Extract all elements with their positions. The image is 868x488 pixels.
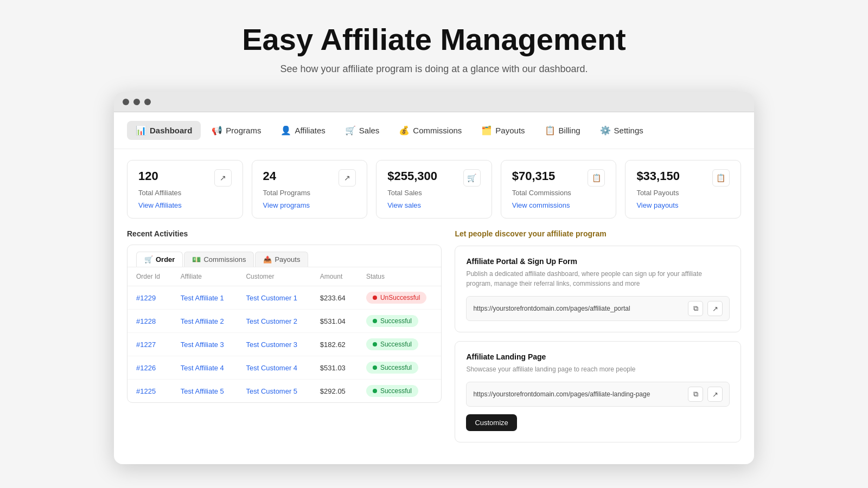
affiliate-link[interactable]: Test Affiliate 2 <box>181 317 224 325</box>
payouts-tab-icon: 📤 <box>263 255 272 264</box>
order-tab-icon: 🛒 <box>144 255 153 264</box>
payouts-stat-icon: 📋 <box>712 169 730 187</box>
stat-card-commissions: $70,315 📋 Total Commissions View commiss… <box>501 160 617 219</box>
landing-open-button[interactable]: ↗ <box>707 387 723 402</box>
landing-heading: Affiliate Landing Page <box>466 352 730 361</box>
col-amount: Amount <box>311 267 358 286</box>
landing-card: Affiliate Landing Page Showcase your aff… <box>455 341 741 442</box>
status-dot <box>373 389 377 393</box>
nav-item-sales[interactable]: 🛒 Sales <box>336 121 388 140</box>
status-dot <box>373 342 377 346</box>
customer-link[interactable]: Test Customer 2 <box>246 317 297 325</box>
nav-label-sales: Sales <box>359 126 380 135</box>
landing-copy-button[interactable]: ⧉ <box>688 387 703 402</box>
cell-status: Successful <box>358 380 441 403</box>
billing-icon: 📋 <box>545 125 556 136</box>
nav-item-payouts[interactable]: 🗂️ Payouts <box>473 121 533 140</box>
stat-label-sales: Total Sales <box>387 189 481 197</box>
order-link[interactable]: #1228 <box>136 317 156 325</box>
view-commissions-link[interactable]: View commissions <box>512 201 605 209</box>
col-order-id: Order Id <box>127 267 172 286</box>
landing-desc: Showcase your affiliate landing page to … <box>466 364 730 374</box>
customer-link[interactable]: Test Customer 4 <box>246 364 297 372</box>
tab-order[interactable]: 🛒 Order <box>136 252 183 267</box>
nav-item-commissions[interactable]: 💰 Commissions <box>390 121 470 140</box>
cell-customer: Test Customer 5 <box>237 380 311 403</box>
affiliate-link[interactable]: Test Affiliate 1 <box>181 294 224 302</box>
cell-customer: Test Customer 4 <box>237 356 311 380</box>
view-payouts-link[interactable]: View payouts <box>636 201 730 209</box>
customer-link[interactable]: Test Customer 1 <box>246 294 297 302</box>
cell-amount: $292.05 <box>311 380 358 403</box>
view-programs-link[interactable]: View programs <box>263 201 356 209</box>
browser-window: 📊 Dashboard 📢 Programs 👤 Affiliates 🛒 Sa… <box>114 92 754 464</box>
sales-icon: 🛒 <box>345 125 356 136</box>
stat-header: 120 ↗ <box>138 169 232 187</box>
order-link[interactable]: #1227 <box>136 341 156 349</box>
tab-payouts[interactable]: 📤 Payouts <box>255 252 308 267</box>
customer-link[interactable]: Test Customer 5 <box>246 387 297 395</box>
col-status: Status <box>358 267 441 286</box>
stat-number-payouts: $33,150 <box>636 169 680 183</box>
portal-open-button[interactable]: ↗ <box>707 301 723 316</box>
cell-affiliate: Test Affiliate 4 <box>172 356 238 380</box>
cell-affiliate: Test Affiliate 3 <box>172 333 238 356</box>
cell-customer: Test Customer 2 <box>237 310 311 333</box>
cell-affiliate: Test Affiliate 1 <box>172 286 238 310</box>
view-affiliates-link[interactable]: View Affiliates <box>138 201 232 209</box>
order-link[interactable]: #1225 <box>136 387 156 395</box>
browser-content: 📊 Dashboard 📢 Programs 👤 Affiliates 🛒 Sa… <box>114 112 754 464</box>
customer-link[interactable]: Test Customer 3 <box>246 341 297 349</box>
table-row: #1228 Test Affiliate 2 Test Customer 2 $… <box>127 310 441 333</box>
portal-desc: Publish a dedicated affiliate dashboard,… <box>466 269 730 288</box>
activity-card: 🛒 Order 💵 Commissions 📤 Payouts <box>127 245 442 403</box>
order-link[interactable]: #1226 <box>136 364 156 372</box>
right-panel: Let people discover your affiliate progr… <box>455 229 741 451</box>
browser-dot-1 <box>123 99 129 105</box>
table-row: #1225 Test Affiliate 5 Test Customer 5 $… <box>127 380 441 403</box>
stat-header-sales: $255,300 🛒 <box>387 169 481 187</box>
portal-card: Affiliate Portal & Sign Up Form Publish … <box>455 246 741 332</box>
tab-commissions[interactable]: 💵 Commissions <box>184 252 254 267</box>
cell-order-id: #1225 <box>127 380 172 403</box>
customize-button[interactable]: Customize <box>466 414 516 431</box>
portal-copy-button[interactable]: ⧉ <box>688 301 703 316</box>
stat-card-affiliates: 120 ↗ Total Affiliates View Affiliates <box>127 160 243 219</box>
nav-item-programs[interactable]: 📢 Programs <box>203 121 270 140</box>
cell-affiliate: Test Affiliate 5 <box>172 380 238 403</box>
nav-item-billing[interactable]: 📋 Billing <box>536 121 589 140</box>
stat-label-commissions: Total Commissions <box>512 189 605 197</box>
nav-item-affiliates[interactable]: 👤 Affiliates <box>272 121 334 140</box>
cell-amount: $531.03 <box>311 356 358 380</box>
activity-tabs: 🛒 Order 💵 Commissions 📤 Payouts <box>127 245 441 267</box>
status-dot <box>373 365 377 370</box>
activity-section-title: Recent Activities <box>127 229 442 238</box>
activity-table: Order Id Affiliate Customer Amount Statu… <box>127 267 441 402</box>
order-link[interactable]: #1229 <box>136 294 156 302</box>
cell-amount: $182.62 <box>311 333 358 356</box>
nav-item-settings[interactable]: ⚙️ Settings <box>591 121 652 140</box>
status-badge: UnSuccessful <box>366 292 426 304</box>
table-row: #1229 Test Affiliate 1 Test Customer 1 $… <box>127 286 441 310</box>
affiliate-link[interactable]: Test Affiliate 3 <box>181 341 224 349</box>
browser-dot-2 <box>133 99 140 105</box>
view-sales-link[interactable]: View sales <box>387 201 481 209</box>
status-dot <box>373 296 377 300</box>
col-affiliate: Affiliate <box>172 267 238 286</box>
status-badge: Successful <box>366 315 418 327</box>
cell-affiliate: Test Affiliate 2 <box>172 310 238 333</box>
affiliate-link[interactable]: Test Affiliate 5 <box>181 387 224 395</box>
sales-stat-icon: 🛒 <box>463 169 481 187</box>
status-dot <box>373 319 377 323</box>
programs-icon: 📢 <box>212 125 222 136</box>
cell-amount: $233.64 <box>311 286 358 310</box>
stat-header-commissions: $70,315 📋 <box>512 169 605 187</box>
table-row: #1226 Test Affiliate 4 Test Customer 4 $… <box>127 356 441 380</box>
stats-row: 120 ↗ Total Affiliates View Affiliates 2… <box>114 149 754 229</box>
stat-label-affiliates: Total Affiliates <box>138 189 232 197</box>
cell-status: UnSuccessful <box>358 286 441 310</box>
nav-item-dashboard[interactable]: 📊 Dashboard <box>127 121 201 140</box>
discover-title: Let people discover your affiliate progr… <box>455 229 741 238</box>
cell-order-id: #1227 <box>127 333 172 356</box>
affiliate-link[interactable]: Test Affiliate 4 <box>181 364 224 372</box>
